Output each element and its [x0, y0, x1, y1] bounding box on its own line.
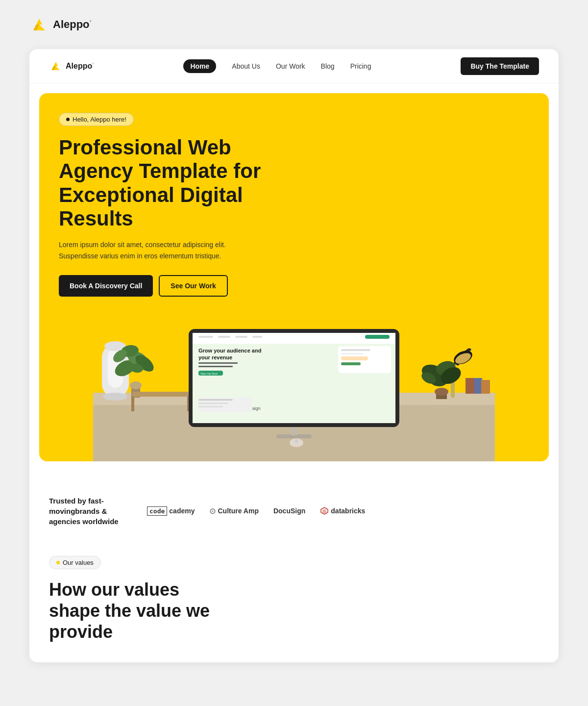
brand-cultureamp: ⊙ Culture Amp — [209, 506, 258, 516]
svg-rect-46 — [198, 399, 233, 401]
databricks-icon — [320, 506, 329, 515]
svg-rect-43 — [341, 362, 361, 365]
trusted-heading: Trusted by fast-movingbrands & agencies … — [49, 496, 127, 527]
svg-text:your revenue: your revenue — [198, 354, 232, 360]
svg-rect-41 — [341, 353, 363, 354]
svg-point-11 — [130, 381, 142, 389]
hero-image-area: Grow your audience and your revenue Sign… — [59, 314, 529, 461]
svg-rect-52 — [466, 378, 475, 394]
svg-rect-63 — [295, 439, 298, 443]
code-bracket-icon: code — [147, 506, 167, 516]
top-logo[interactable]: Aleppo° — [29, 15, 92, 34]
svg-rect-19 — [131, 397, 134, 411]
hero-buttons: Book A Discovery Call See Our Work — [59, 275, 529, 297]
svg-rect-27 — [198, 336, 213, 338]
svg-rect-30 — [252, 336, 262, 338]
trusted-section: Trusted by fast-movingbrands & agencies … — [29, 471, 559, 546]
hero-badge: Hello, Aleppo here! — [59, 113, 134, 126]
svg-rect-35 — [198, 362, 238, 364]
browser-window: Aleppo° Home About Us Our Work Blog Pric… — [29, 49, 559, 662]
svg-rect-54 — [481, 380, 490, 394]
svg-rect-47 — [198, 403, 228, 404]
docusign-text: DocuSign — [273, 507, 305, 515]
brand-docusign: DocuSign — [273, 507, 305, 515]
svg-rect-26 — [193, 333, 395, 336]
brand-codecademy: codecademy — [147, 506, 195, 516]
brands-list: codecademy ⊙ Culture Amp DocuSign databr… — [147, 506, 365, 516]
values-title: How our values shape the value we provid… — [49, 579, 235, 643]
top-bar: Aleppo° — [0, 0, 588, 49]
navbar-links: Home About Us Our Work Blog Pricing — [183, 62, 371, 71]
hero-badge-text: Hello, Aleppo here! — [73, 116, 126, 123]
nav-item-pricing[interactable]: Pricing — [350, 62, 371, 71]
values-badge-text: Our values — [63, 559, 94, 566]
brand-databricks: databricks — [320, 506, 365, 515]
hero-section: Hello, Aleppo here! Professional Web Age… — [39, 93, 549, 461]
aleppo-logo-icon — [29, 15, 49, 34]
navbar-logo[interactable]: Aleppo° — [49, 59, 94, 73]
svg-rect-42 — [341, 356, 368, 360]
navbar-logo-icon — [49, 59, 63, 73]
nav-item-ourwork[interactable]: Our Work — [276, 62, 305, 71]
book-discovery-button[interactable]: Book A Discovery Call — [59, 275, 153, 297]
hero-description: Lorem ipsum dolor sit amet, consectetur … — [59, 239, 245, 261]
svg-rect-18 — [132, 392, 191, 397]
see-our-work-button[interactable]: See Our Work — [159, 275, 227, 297]
culture-amp-icon: ⊙ — [209, 506, 216, 516]
svg-marker-65 — [322, 509, 326, 514]
hero-badge-dot — [66, 118, 70, 121]
svg-text:Sign Up Now: Sign Up Now — [200, 372, 218, 375]
svg-rect-40 — [341, 349, 370, 351]
svg-rect-31 — [365, 335, 390, 339]
nav-item-home[interactable]: Home — [183, 62, 216, 71]
svg-rect-36 — [198, 366, 233, 367]
nav-item-blog[interactable]: Blog — [321, 62, 335, 71]
values-badge: Our values — [49, 556, 101, 569]
svg-rect-28 — [218, 336, 230, 338]
svg-point-56 — [435, 388, 448, 396]
navbar: Aleppo° Home About Us Our Work Blog Pric… — [29, 49, 559, 83]
buy-template-button[interactable]: Buy The Template — [461, 57, 539, 75]
nav-item-about[interactable]: About Us — [232, 62, 260, 71]
svg-rect-53 — [474, 378, 482, 394]
navbar-logo-text: Aleppo° — [66, 62, 94, 71]
values-section: Our values How our values shape the valu… — [29, 546, 559, 662]
hero-title: Professional Web Agency Template for Exc… — [59, 136, 274, 230]
svg-point-9 — [103, 393, 127, 401]
hero-mockup-svg: Grow your audience and your revenue Sign… — [59, 314, 529, 461]
svg-rect-48 — [198, 406, 223, 407]
top-logo-text: Aleppo° — [53, 18, 92, 31]
svg-text:Grow your audience and: Grow your audience and — [198, 348, 261, 353]
values-badge-dot — [56, 561, 60, 564]
svg-rect-29 — [235, 336, 247, 338]
